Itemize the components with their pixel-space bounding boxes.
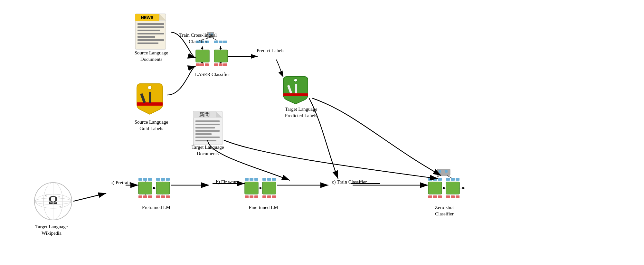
svg-text:NEWS: NEWS <box>141 15 154 20</box>
svg-rect-68 <box>138 195 142 198</box>
target-lang-wiki-label: Target Language Wikipedia <box>29 224 74 236</box>
svg-rect-94 <box>250 178 253 181</box>
svg-rect-34 <box>223 41 227 43</box>
svg-rect-103 <box>433 195 437 198</box>
gold-label-icon <box>137 84 163 114</box>
predict-labels-label: Predict Labels <box>254 48 287 54</box>
svg-rect-78 <box>161 178 165 181</box>
svg-rect-48 <box>195 120 220 122</box>
svg-rect-21 <box>196 50 209 62</box>
finetuned-lm <box>245 178 276 198</box>
laser-classifier-label: LASER Classifier <box>190 71 235 78</box>
svg-text:Ω: Ω <box>49 194 58 206</box>
svg-rect-75 <box>143 178 147 181</box>
svg-rect-96 <box>262 178 266 181</box>
wikipedia-globe: Ω W iki Ω ω <box>34 183 72 220</box>
svg-rect-72 <box>161 195 165 198</box>
pretrained-lm-label: Pretrained LM <box>138 204 174 211</box>
svg-rect-10 <box>137 36 155 38</box>
pretrain-label: a) Pretrain <box>103 180 138 186</box>
svg-rect-95 <box>254 178 258 181</box>
zeroshot-classifier-label: Zero-shot Classifier <box>427 204 462 217</box>
svg-rect-116 <box>445 170 448 173</box>
svg-rect-50 <box>195 127 215 128</box>
source-lang-docs-label: Source Language Documents <box>134 50 169 62</box>
svg-rect-112 <box>451 178 455 181</box>
svg-rect-115 <box>439 170 441 173</box>
svg-rect-27 <box>214 50 228 62</box>
svg-rect-54 <box>195 140 216 141</box>
svg-rect-89 <box>254 195 258 198</box>
pretrained-lm <box>138 178 170 198</box>
svg-rect-93 <box>245 178 249 181</box>
train-classifier-label: Train Cross-lingual Classifier <box>175 32 221 45</box>
svg-rect-16 <box>149 92 151 103</box>
svg-rect-90 <box>262 195 266 198</box>
svg-rect-24 <box>219 63 223 66</box>
svg-rect-97 <box>267 178 271 181</box>
svg-line-124 <box>73 193 106 201</box>
finetune-label: b) Fine-tune <box>211 179 245 185</box>
svg-rect-104 <box>438 195 442 198</box>
laser-left-encoder <box>196 46 209 66</box>
svg-line-117 <box>434 175 440 178</box>
svg-rect-113 <box>456 178 459 181</box>
laser-right-encoder <box>214 46 228 66</box>
svg-rect-41 <box>283 93 308 96</box>
svg-rect-71 <box>156 195 160 198</box>
svg-text:ω: ω <box>60 205 61 207</box>
svg-rect-53 <box>195 137 220 138</box>
svg-rect-23 <box>214 63 218 66</box>
svg-rect-86 <box>262 182 276 194</box>
svg-rect-92 <box>272 195 276 198</box>
diagram-container: NEWS <box>0 0 644 265</box>
zeroshot-classifier <box>428 169 465 198</box>
svg-text:Ω: Ω <box>43 204 44 206</box>
svg-rect-74 <box>138 178 142 181</box>
svg-rect-8 <box>137 30 160 31</box>
svg-rect-25 <box>223 63 227 66</box>
main-diagram: NEWS <box>0 0 644 265</box>
svg-rect-108 <box>428 178 432 181</box>
newspaper-icon: NEWS <box>135 14 166 49</box>
svg-rect-105 <box>446 195 450 198</box>
svg-rect-51 <box>195 130 220 132</box>
svg-rect-85 <box>245 182 258 194</box>
target-lang-doc-icon: 新聞 <box>193 111 222 145</box>
svg-rect-76 <box>148 178 152 181</box>
svg-text:iki: iki <box>58 196 60 198</box>
svg-line-118 <box>447 175 452 178</box>
svg-rect-11 <box>137 39 164 41</box>
finetuned-lm-label: Fine-tuned LM <box>246 204 281 211</box>
source-lang-labels-label: Source Language Gold Labels <box>134 119 169 132</box>
svg-rect-17 <box>196 63 200 66</box>
train-classifier2-label: c) Train Classifier <box>328 179 370 185</box>
svg-rect-66 <box>138 182 152 194</box>
svg-rect-91 <box>267 195 271 198</box>
svg-point-40 <box>294 79 297 82</box>
svg-rect-100 <box>428 182 442 194</box>
svg-rect-19 <box>205 63 209 66</box>
svg-rect-69 <box>143 195 147 198</box>
svg-rect-9 <box>137 33 164 34</box>
svg-rect-111 <box>446 178 450 181</box>
svg-rect-107 <box>456 195 459 198</box>
svg-rect-98 <box>272 178 276 181</box>
svg-rect-102 <box>428 195 432 198</box>
svg-rect-6 <box>137 23 164 25</box>
svg-rect-110 <box>438 178 442 181</box>
svg-rect-106 <box>451 195 455 198</box>
svg-rect-49 <box>195 124 220 125</box>
svg-rect-79 <box>166 178 170 181</box>
target-predicted-label-icon <box>283 77 308 104</box>
svg-rect-70 <box>148 195 152 198</box>
svg-rect-7 <box>137 26 164 28</box>
svg-rect-12 <box>137 43 158 44</box>
svg-rect-67 <box>156 182 170 194</box>
svg-point-13 <box>148 86 152 90</box>
svg-rect-101 <box>446 182 459 194</box>
svg-text:W: W <box>45 194 47 197</box>
target-predicted-label: Target Language Predicted Labels <box>279 106 324 119</box>
svg-rect-73 <box>166 195 170 198</box>
svg-rect-18 <box>200 63 204 66</box>
